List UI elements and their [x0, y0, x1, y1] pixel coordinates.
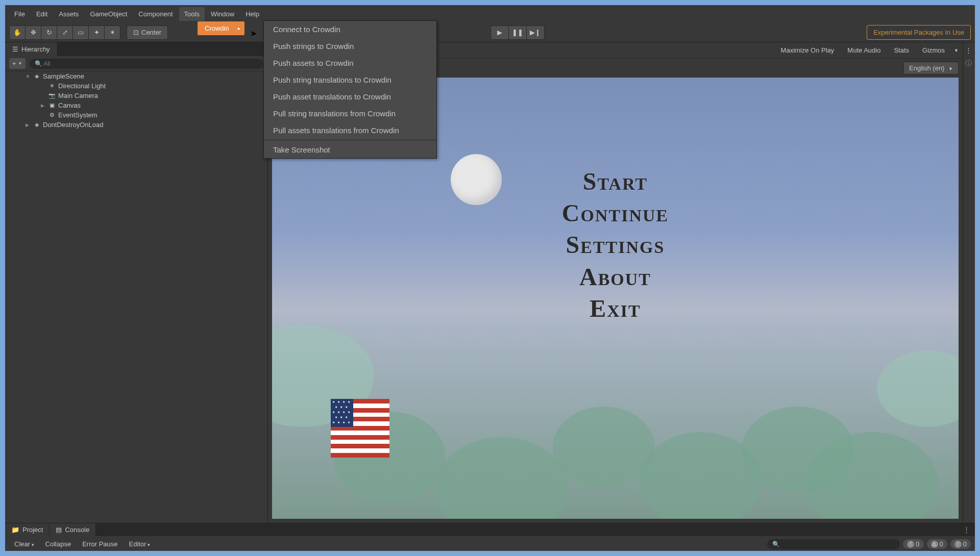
gizmos-button[interactable]: Gizmos	[918, 44, 949, 56]
experimental-badge[interactable]: Experimental Packages In Use	[867, 25, 971, 40]
tree-item-canvas[interactable]: ▶ ▣ Canvas	[5, 100, 267, 110]
move-tool-icon[interactable]: ✥	[25, 26, 41, 40]
menu-gameobject[interactable]: GameObject	[85, 7, 132, 21]
crowdin-screenshot[interactable]: Take Screenshot	[264, 141, 436, 158]
console-search[interactable]: 🔍	[767, 539, 900, 549]
language-label: English (en)	[909, 64, 944, 72]
project-tab-label: Project	[22, 526, 43, 534]
rect-tool-icon[interactable]: ▭	[72, 26, 89, 40]
search-icon: 🔍	[35, 60, 42, 67]
game-main-menu: Start Continue Settings About Exit	[562, 166, 669, 325]
hierarchy-search[interactable]: 🔍 All	[30, 59, 263, 69]
menu-help[interactable]: Help	[240, 7, 264, 21]
chevron-down-icon: ▼	[948, 66, 953, 71]
menu-file[interactable]: File	[9, 7, 30, 21]
pause-button[interactable]: ❚❚	[508, 26, 527, 40]
light-icon: ☀	[48, 83, 56, 90]
menu-component[interactable]: Component	[133, 7, 178, 21]
tree-item-main-camera[interactable]: 📷 Main Camera	[5, 91, 267, 100]
pivot-center-button[interactable]: ⊡ Center	[127, 26, 168, 40]
crowdin-push-string-translations[interactable]: Push string translations to Crowdin	[264, 71, 436, 88]
info-icon: !	[907, 541, 914, 548]
mute-audio[interactable]: Mute Audio	[843, 44, 885, 56]
language-dropdown[interactable]: English (en) ▼	[903, 62, 959, 74]
crowdin-pull-string-translations[interactable]: Pull string translations from Crowdin	[264, 105, 436, 122]
folder-icon: 📁	[11, 526, 19, 534]
tree-label: DontDestroyOnLoad	[43, 121, 104, 129]
crowdin-push-asset-translations[interactable]: Push asset translations to Crowdin	[264, 88, 436, 105]
canvas-icon: ▣	[48, 102, 56, 109]
console-icon: ▤	[56, 526, 62, 534]
tree-label: EventSystem	[58, 111, 97, 119]
menu-assets[interactable]: Assets	[54, 7, 84, 21]
center-label: Center	[141, 29, 161, 36]
play-button[interactable]: ▶	[491, 26, 509, 40]
panel-menu-icon[interactable]: ⋮	[958, 523, 975, 536]
warn-count-value: 0	[940, 540, 943, 548]
maximize-on-play[interactable]: Maximize On Play	[777, 44, 839, 56]
expand-icon[interactable]: ▶	[41, 103, 46, 108]
rotate-tool-icon[interactable]: ↻	[41, 26, 57, 40]
menu-edit[interactable]: Edit	[31, 7, 53, 21]
main-toolbar: ✋ ✥ ↻ ⤢ ▭ ✦ ✶ ⊡ Center ▶ ❚❚ ▶❙ Experimen…	[5, 23, 975, 42]
game-menu-about[interactable]: About	[562, 261, 669, 293]
warn-icon: ⚠	[931, 541, 938, 548]
crowdin-connect[interactable]: Connect to Crowdin	[264, 21, 436, 38]
expand-icon[interactable]: ▶	[26, 122, 31, 128]
clear-button[interactable]: Clear	[9, 538, 39, 550]
tree-item-samplescene[interactable]: ▼ ◈ SampleScene	[5, 71, 267, 81]
error-count[interactable]: ! 0	[950, 539, 971, 549]
menu-icon[interactable]: ⋮	[965, 46, 973, 55]
hierarchy-icon: ☰	[12, 45, 18, 53]
menu-window[interactable]: Window	[206, 7, 239, 21]
menubar: File Edit Assets GameObject Component To…	[5, 5, 975, 23]
warn-count[interactable]: ⚠ 0	[927, 539, 947, 549]
menu-tools[interactable]: Tools	[179, 7, 205, 21]
crowdin-push-assets[interactable]: Push assets to Crowdin	[264, 55, 436, 71]
event-icon: ⚙	[48, 112, 56, 119]
game-menu-start[interactable]: Start	[562, 166, 669, 197]
scale-tool-icon[interactable]: ⤢	[57, 26, 73, 40]
search-placeholder: All	[43, 60, 50, 67]
scene-icon: ◈	[33, 73, 40, 80]
step-button[interactable]: ▶❙	[526, 26, 545, 40]
custom-tool-icon[interactable]: ✶	[104, 26, 120, 40]
tree-item-eventsystem[interactable]: ⚙ EventSystem	[5, 110, 267, 120]
console-tab[interactable]: ▤ Console	[50, 523, 96, 536]
crowdin-pull-asset-translations[interactable]: Pull assets translations from Crowdin	[264, 122, 436, 139]
crowdin-dropdown: Connect to Crowdin Push strings to Crowd…	[263, 20, 437, 159]
tree-label: Canvas	[58, 102, 81, 109]
game-menu-continue[interactable]: Continue	[562, 197, 669, 229]
hierarchy-panel: ☰ Hierarchy +▼ 🔍 All ▼ ◈ SampleScene	[5, 42, 268, 523]
bottom-panel: 📁 Project ▤ Console ⋮ Clear Collapse Err…	[5, 523, 975, 551]
play-controls: ▶ ❚❚ ▶❙	[491, 26, 545, 40]
hand-tool-icon[interactable]: ✋	[9, 26, 26, 40]
expand-icon[interactable]: ▼	[26, 74, 31, 79]
tree-label: SampleScene	[43, 72, 84, 80]
stats-button[interactable]: Stats	[890, 44, 913, 56]
error-icon: !	[954, 541, 962, 548]
tree-label: Directional Light	[58, 82, 106, 90]
info-icon[interactable]: ⓘ	[965, 59, 973, 67]
tree-item-dontdestroy[interactable]: ▶ ◈ DontDestroyOnLoad	[5, 120, 267, 130]
collapse-button[interactable]: Collapse	[40, 538, 77, 550]
info-count[interactable]: ! 0	[903, 539, 923, 549]
game-menu-settings[interactable]: Settings	[562, 229, 669, 261]
project-tab[interactable]: 📁 Project	[5, 523, 50, 536]
moon-graphic	[451, 154, 502, 205]
error-pause-button[interactable]: Error Pause	[77, 538, 122, 550]
console-toolbar: Clear Collapse Error Pause Editor 🔍 ! 0 …	[5, 536, 975, 552]
transform-tool-icon[interactable]: ✦	[88, 26, 105, 40]
info-count-value: 0	[916, 540, 919, 548]
error-count-value: 0	[963, 540, 967, 548]
hierarchy-tab[interactable]: ☰ Hierarchy	[5, 42, 58, 56]
tree-item-directional-light[interactable]: ☀ Directional Light	[5, 81, 267, 91]
crowdin-submenu-button[interactable]: Crowdin	[198, 21, 244, 35]
crowdin-push-strings[interactable]: Push strings to Crowdin	[264, 38, 436, 55]
us-flag-icon[interactable]: ★★★★ ★★★ ★★★★ ★★★ ★★★★	[331, 399, 389, 458]
editor-button[interactable]: Editor	[124, 538, 155, 550]
hierarchy-add-button[interactable]: +▼	[9, 58, 26, 69]
camera-icon: 📷	[48, 92, 56, 99]
game-menu-exit[interactable]: Exit	[562, 293, 669, 324]
center-icon: ⊡	[133, 29, 139, 36]
